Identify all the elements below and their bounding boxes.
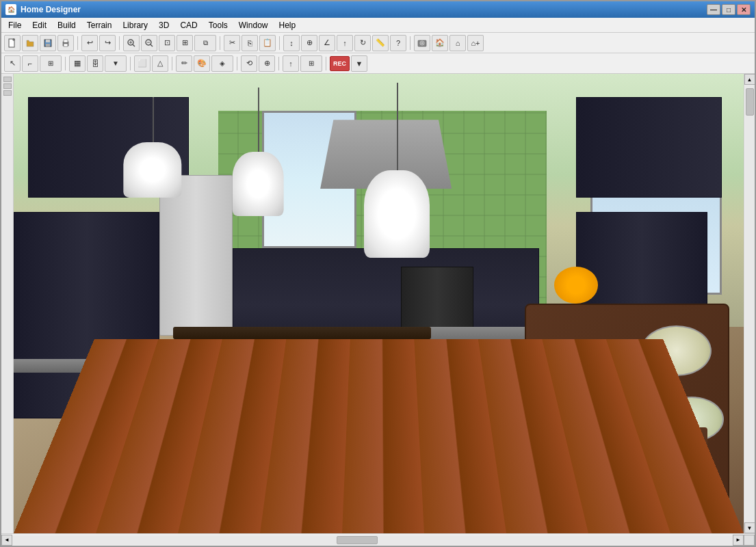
menu-item-library[interactable]: Library xyxy=(117,19,153,31)
help-btn[interactable]: ? xyxy=(390,35,406,51)
menu-item-window[interactable]: Window xyxy=(233,19,274,31)
horizontal-scrollbar: ◄ ► xyxy=(1,533,755,546)
viewport-canvas[interactable] xyxy=(14,74,744,533)
camera-full-btn[interactable] xyxy=(414,35,430,51)
floor-tool[interactable]: ⬜ xyxy=(134,55,151,72)
redo-button[interactable]: ↪ xyxy=(99,35,116,51)
new-button[interactable] xyxy=(4,35,21,51)
record-button[interactable]: REC xyxy=(330,56,350,71)
menu-item-file[interactable]: File xyxy=(3,19,27,31)
angle-btn[interactable]: ∠ xyxy=(319,35,335,51)
minimize-button[interactable]: — xyxy=(707,4,720,15)
pendant-wire-2 xyxy=(258,88,259,158)
scroll-down-arrow[interactable]: ▼ xyxy=(744,522,755,533)
measure-btn[interactable]: 📏 xyxy=(372,35,389,51)
window-title: Home Designer xyxy=(21,5,81,14)
svg-line-10 xyxy=(133,44,135,46)
title-bar-controls: — □ ✕ xyxy=(707,4,751,15)
cabinet-dropdown[interactable]: ▼ xyxy=(105,55,127,72)
island-countertop xyxy=(173,327,431,339)
cut-button[interactable]: ✂ xyxy=(224,35,240,51)
close-button[interactable]: ✕ xyxy=(737,4,751,15)
svg-rect-8 xyxy=(64,44,68,46)
zoom-out-button[interactable] xyxy=(141,35,157,51)
vertical-scrollbar: ▲ ▼ xyxy=(744,74,755,533)
toolbar-2: ↖ ⌐ ⊞ ▦ 🗄 ▼ ⬜ △ ✏ 🎨 ◈ ⟲ ⊕ ↑ ⊞ REC ▼ xyxy=(1,53,755,74)
pendant-light-3 xyxy=(364,83,430,257)
main-window: 🏠 Home Designer — □ ✕ File Edit Build Te… xyxy=(0,0,756,547)
copy-button[interactable]: ⎘ xyxy=(242,35,258,51)
toolbar2-separator-2 xyxy=(130,57,131,70)
pendant-shade-2 xyxy=(233,152,284,216)
print-button[interactable] xyxy=(57,35,74,51)
left-ruler xyxy=(1,74,14,533)
toolbar-separator-2 xyxy=(119,36,120,50)
snap-tool[interactable]: ⊞ xyxy=(40,55,62,72)
ruler-mark xyxy=(3,90,12,96)
zoom-fit-button[interactable]: ⊡ xyxy=(159,35,175,51)
zoom-window-button[interactable]: ⧉ xyxy=(194,35,216,51)
undo-button[interactable]: ↩ xyxy=(81,35,98,51)
svg-rect-4 xyxy=(46,40,50,42)
camera-fly-btn[interactable]: ⌂+ xyxy=(467,35,484,51)
select-tool[interactable]: ↖ xyxy=(4,55,21,72)
camera-walk-btn[interactable]: ⌂ xyxy=(449,35,466,51)
svg-rect-7 xyxy=(64,40,68,42)
zoom-extents-button[interactable]: ⊞ xyxy=(177,35,193,51)
menu-item-build[interactable]: Build xyxy=(52,19,81,31)
svg-point-18 xyxy=(421,42,423,44)
paste-button[interactable]: 📋 xyxy=(259,35,276,51)
menu-item-edit[interactable]: Edit xyxy=(27,19,52,31)
svg-line-14 xyxy=(151,44,153,46)
scroll-left-arrow[interactable]: ◄ xyxy=(1,535,12,546)
texture-tool[interactable]: 🎨 xyxy=(194,55,210,72)
toolbar2-separator-3 xyxy=(172,57,172,70)
paint-tool[interactable]: ✏ xyxy=(176,55,192,72)
menu-item-terrain[interactable]: Terrain xyxy=(81,19,118,31)
roof-tool[interactable]: △ xyxy=(152,55,168,72)
toolbar-separator-4 xyxy=(279,36,280,50)
snap-btn[interactable]: ⊕ xyxy=(301,35,317,51)
dimension-btn[interactable]: ↕ xyxy=(283,35,300,51)
title-bar: 🏠 Home Designer — □ ✕ xyxy=(1,1,755,18)
scroll-track-vertical[interactable] xyxy=(745,85,755,522)
scroll-up-arrow[interactable]: ▲ xyxy=(744,74,755,85)
pendant-light-1 xyxy=(123,97,181,198)
menu-item-tools[interactable]: Tools xyxy=(203,19,233,31)
menu-item-3d[interactable]: 3D xyxy=(153,19,174,31)
menu-item-cad[interactable]: CAD xyxy=(174,19,203,31)
cabinet-tool[interactable]: 🗄 xyxy=(87,55,103,72)
fruit-bowl xyxy=(554,267,598,304)
material-dropdown[interactable]: ◈ xyxy=(211,55,233,72)
wall-tool[interactable]: ▦ xyxy=(69,55,86,72)
arrow-up-tool[interactable]: ↑ xyxy=(283,55,299,72)
scroll-right-arrow[interactable]: ► xyxy=(733,535,744,546)
ruler-mark xyxy=(3,83,12,89)
snap-pts-tool[interactable]: ⊕ xyxy=(259,55,275,72)
scroll-thumb-horizontal[interactable] xyxy=(337,536,378,544)
toolbar2-separator-4 xyxy=(237,57,237,70)
camera-view-btn[interactable]: 🏠 xyxy=(432,35,448,51)
save-button[interactable] xyxy=(40,35,56,51)
refrigerator xyxy=(159,175,233,336)
upper-cabinet-right xyxy=(576,97,722,198)
scroll-thumb-vertical[interactable] xyxy=(746,88,754,116)
zoom-in-button[interactable] xyxy=(123,35,140,51)
toolbar2-separator-1 xyxy=(65,57,66,70)
menu-item-help[interactable]: Help xyxy=(273,19,301,31)
transform-tool[interactable]: ⟲ xyxy=(241,55,257,72)
pendant-light-2 xyxy=(233,88,284,216)
rotate-btn[interactable]: ↻ xyxy=(354,35,371,51)
open-button[interactable] xyxy=(22,35,38,51)
multiview-tool[interactable]: ⊞ xyxy=(300,55,322,72)
maximize-button[interactable]: □ xyxy=(722,4,735,15)
scroll-track-horizontal[interactable] xyxy=(12,535,733,545)
menu-bar: File Edit Build Terrain Library 3D CAD T… xyxy=(1,18,755,33)
toolbar-separator-1 xyxy=(77,36,78,50)
rec-dropdown[interactable]: ▼ xyxy=(351,55,367,72)
pendant-wire-3 xyxy=(397,83,398,178)
polyline-tool[interactable]: ⌐ xyxy=(22,55,38,72)
toolbar-separator-5 xyxy=(410,36,410,50)
up-arrow-btn[interactable]: ↑ xyxy=(337,35,353,51)
toolbar-separator-3 xyxy=(220,36,220,50)
